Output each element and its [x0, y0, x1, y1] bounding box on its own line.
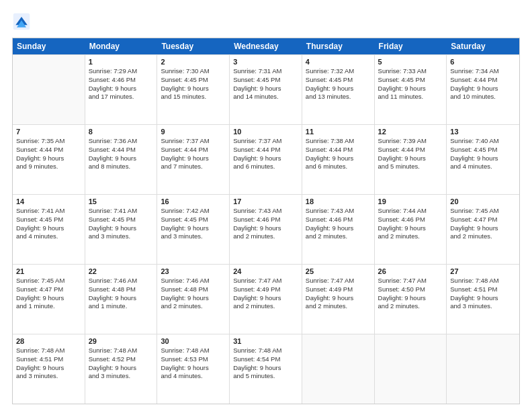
day-number: 24 [233, 267, 298, 275]
weekday-header: Monday [85, 38, 158, 54]
calendar-row: 21Sunrise: 7:45 AMSunset: 4:47 PMDayligh… [13, 264, 519, 334]
calendar-cell: 6Sunrise: 7:34 AMSunset: 4:44 PMDaylight… [447, 55, 519, 124]
cell-line: and 17 minutes. [89, 93, 154, 101]
header [12, 12, 520, 31]
cell-line: and 6 minutes. [306, 163, 371, 171]
cell-line: Sunset: 4:49 PM [233, 285, 298, 294]
cell-line: Sunrise: 7:37 AM [233, 137, 298, 146]
day-number: 6 [450, 58, 516, 66]
calendar-cell: 2Sunrise: 7:30 AMSunset: 4:45 PMDaylight… [157, 55, 230, 124]
cell-line: Daylight: 9 hours [233, 85, 298, 93]
cell-line: Sunrise: 7:41 AM [89, 207, 154, 216]
calendar-cell: 10Sunrise: 7:37 AMSunset: 4:44 PMDayligh… [230, 125, 302, 194]
cell-line: Daylight: 9 hours [161, 154, 226, 163]
cell-line: Sunrise: 7:48 AM [233, 347, 298, 355]
cell-line: Sunset: 4:44 PM [16, 146, 81, 154]
calendar-cell: 22Sunrise: 7:46 AMSunset: 4:48 PMDayligh… [85, 265, 158, 334]
cell-line: Daylight: 9 hours [16, 224, 81, 233]
calendar-cell: 25Sunrise: 7:47 AMSunset: 4:49 PMDayligh… [302, 265, 375, 334]
cell-line: and 3 minutes. [16, 372, 81, 381]
cell-line: Sunrise: 7:47 AM [378, 277, 443, 285]
calendar-cell: 8Sunrise: 7:36 AMSunset: 4:44 PMDaylight… [85, 125, 158, 194]
cell-line: Sunrise: 7:38 AM [306, 137, 371, 146]
cell-line: and 4 minutes. [450, 163, 516, 171]
cell-line: and 1 minute. [89, 302, 154, 311]
calendar-cell [447, 334, 519, 404]
cell-line: and 2 minutes. [378, 302, 443, 311]
cell-line: Sunrise: 7:37 AM [161, 137, 226, 146]
calendar-cell: 21Sunrise: 7:45 AMSunset: 4:47 PMDayligh… [13, 265, 85, 334]
cell-line: Sunrise: 7:33 AM [378, 67, 443, 76]
day-number: 21 [16, 267, 81, 275]
calendar-body: 1Sunrise: 7:29 AMSunset: 4:46 PMDaylight… [13, 54, 519, 404]
day-number: 31 [233, 337, 298, 345]
cell-line: Daylight: 9 hours [233, 364, 298, 373]
cell-line: and 2 minutes. [306, 302, 371, 311]
day-number: 19 [378, 197, 443, 205]
cell-line: Sunrise: 7:48 AM [161, 347, 226, 355]
day-number: 25 [306, 267, 371, 275]
calendar-cell: 18Sunrise: 7:43 AMSunset: 4:46 PMDayligh… [302, 195, 375, 264]
cell-line: Daylight: 9 hours [89, 85, 154, 93]
cell-line: Sunset: 4:46 PM [89, 76, 154, 85]
weekday-header: Sunday [13, 38, 85, 54]
cell-line: Sunset: 4:51 PM [16, 355, 81, 364]
weekday-header: Saturday [447, 38, 519, 54]
cell-line: Sunset: 4:51 PM [450, 285, 516, 294]
cell-line: Sunset: 4:44 PM [450, 76, 516, 85]
cell-line: Daylight: 9 hours [233, 154, 298, 163]
cell-line: Daylight: 9 hours [89, 154, 154, 163]
day-number: 16 [161, 197, 226, 205]
cell-line: Sunset: 4:46 PM [233, 216, 298, 224]
calendar: SundayMondayTuesdayWednesdayThursdayFrid… [12, 38, 520, 404]
cell-line: Sunrise: 7:36 AM [89, 137, 154, 146]
logo-icon [12, 12, 31, 31]
cell-line: Sunset: 4:54 PM [233, 355, 298, 364]
cell-line: Sunset: 4:45 PM [378, 76, 443, 85]
day-number: 1 [89, 58, 154, 66]
cell-line: Sunset: 4:45 PM [161, 76, 226, 85]
cell-line: and 3 minutes. [450, 302, 516, 311]
day-number: 30 [161, 337, 226, 345]
weekday-header: Thursday [302, 38, 375, 54]
cell-line: Sunrise: 7:47 AM [306, 277, 371, 285]
calendar-cell: 29Sunrise: 7:48 AMSunset: 4:52 PMDayligh… [85, 334, 158, 404]
cell-line: Sunrise: 7:43 AM [233, 207, 298, 216]
day-number: 5 [378, 58, 443, 66]
cell-line: Sunset: 4:44 PM [161, 146, 226, 154]
cell-line: Sunrise: 7:29 AM [89, 67, 154, 76]
cell-line: Daylight: 9 hours [450, 294, 516, 303]
cell-line: Sunrise: 7:41 AM [16, 207, 81, 216]
cell-line: Sunset: 4:48 PM [161, 285, 226, 294]
cell-line: Sunset: 4:46 PM [306, 216, 371, 224]
calendar-cell [375, 334, 447, 404]
cell-line: Sunrise: 7:46 AM [89, 277, 154, 285]
cell-line: and 11 minutes. [378, 93, 443, 101]
day-number: 2 [161, 58, 226, 66]
day-number: 22 [89, 267, 154, 275]
cell-line: Sunrise: 7:43 AM [306, 207, 371, 216]
cell-line: Sunset: 4:49 PM [306, 285, 371, 294]
day-number: 29 [89, 337, 154, 345]
cell-line: Daylight: 9 hours [161, 294, 226, 303]
cell-line: and 15 minutes. [161, 93, 226, 101]
calendar-cell: 1Sunrise: 7:29 AMSunset: 4:46 PMDaylight… [85, 55, 158, 124]
cell-line: and 2 minutes. [306, 232, 371, 241]
cell-line: Sunset: 4:52 PM [89, 355, 154, 364]
cell-line: Sunrise: 7:48 AM [16, 347, 81, 355]
cell-line: and 1 minute. [16, 302, 81, 311]
cell-line: and 13 minutes. [306, 93, 371, 101]
day-number: 13 [450, 128, 516, 136]
calendar-header: SundayMondayTuesdayWednesdayThursdayFrid… [13, 38, 519, 54]
cell-line: Daylight: 9 hours [306, 85, 371, 93]
calendar-cell: 3Sunrise: 7:31 AMSunset: 4:45 PMDaylight… [230, 55, 302, 124]
cell-line: Daylight: 9 hours [306, 154, 371, 163]
cell-line: and 2 minutes. [450, 232, 516, 241]
weekday-header: Tuesday [157, 38, 230, 54]
cell-line: and 4 minutes. [161, 372, 226, 381]
cell-line: Sunset: 4:44 PM [89, 146, 154, 154]
calendar-cell: 13Sunrise: 7:40 AMSunset: 4:45 PMDayligh… [447, 125, 519, 194]
day-number: 18 [306, 197, 371, 205]
cell-line: Sunrise: 7:31 AM [233, 67, 298, 76]
cell-line: Daylight: 9 hours [16, 294, 81, 303]
